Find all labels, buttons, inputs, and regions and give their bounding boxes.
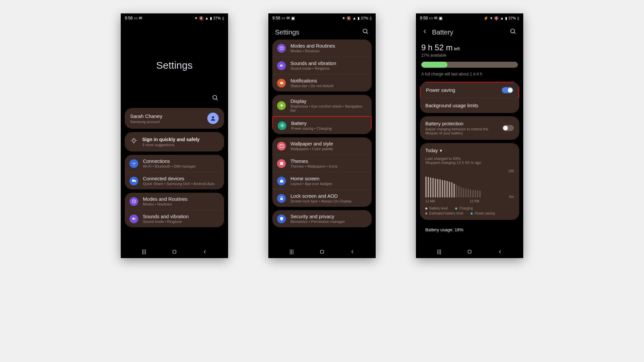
chart-bar [468,189,469,197]
svg-point-2 [212,116,214,118]
item-title: Connections [143,159,219,164]
battery-icon: ▯ [370,16,372,20]
chart-bar [428,177,429,197]
settings-group: Modes and RoutinesModes • RoutinesSounds… [272,40,372,92]
item-sub: Themes • Wallpapers • Icons [290,164,367,168]
legend-item: Estimated battery level [425,212,463,215]
svg-point-16 [280,104,282,106]
svg-line-13 [367,33,368,34]
item-title: Notifications [290,78,367,83]
suggestion-title: Sign in quickly and safely [142,137,200,142]
usage-card: Today ▾ Last charged to 83% Stopped char… [420,143,519,220]
today-dropdown[interactable]: Today ▾ [425,148,514,153]
nav-back[interactable] [497,249,503,255]
settings-item-connections[interactable]: ConnectionsWi-Fi • Bluetooth • SIM manag… [125,155,224,172]
nav-recents[interactable]: ||| [141,249,147,255]
item-sub: Quick Share • Samsung DeX • Android Auto [143,182,219,186]
svg-rect-15 [280,82,283,84]
image-icon: ▣ [291,16,295,20]
chart-bar [465,189,467,197]
power-saving-toggle[interactable] [502,87,513,93]
chart-x-right: 12 PM [470,199,479,203]
phone-screen-1: 9:58 ▭ ✉ ⁕ 🔇 ▲ ▮ 27% ▯ Settings Sarah Ch… [121,13,228,258]
phone-screen-2: 9:58 ▭ ✉ ▣ ⁕ 🔇 ▲ ▮ 27% ▯ Settings Modes … [268,13,376,258]
shield-icon [277,215,286,223]
battery-bar-fill [421,62,447,68]
item-title: Themes [290,159,367,164]
profile-sub: Samsung account [130,120,162,124]
status-bar: 9:58 ▭ ✉ ▣ ⚡ ⁕ 🔇 ▲ ▮ 27% ▯ [416,13,523,23]
settings-item-display[interactable]: DisplayBrightness • Eye comfort shield •… [272,95,372,116]
profile-card[interactable]: Sarah Chaney Samsung account [125,108,224,129]
settings-item-security-and-privacy[interactable]: Security and privacyBiometrics • Permiss… [272,210,372,227]
legend-label: Power saving [475,212,495,215]
nav-recents[interactable]: ||| [288,249,295,255]
chart-bar [461,187,462,197]
item-sub: Sound mode • Ringtone [290,66,367,70]
search-icon[interactable] [212,95,219,103]
svg-point-20 [280,145,281,146]
settings-item-sounds-and-vibration[interactable]: Sounds and vibrationSound mode • Rington… [125,210,224,227]
search-icon[interactable] [510,28,517,36]
legend-item: Charging [455,206,473,210]
battery-protection-row[interactable]: Battery protection Adjust charging behav… [420,116,519,140]
mute-icon: 🔇 [494,16,499,20]
settings-item-modes-and-routines[interactable]: Modes and RoutinesModes • Routines [272,40,372,57]
settings-item-lock-screen-and-aod[interactable]: Lock screen and AODScreen lock type • Al… [272,190,372,207]
nav-bar: ||| [268,245,376,258]
nav-bar: ||| [121,245,228,258]
svg-rect-26 [468,250,471,253]
svg-rect-11 [173,250,176,253]
settings-item-battery[interactable]: BatteryPower saving • Charging [272,116,372,134]
legend-label: Charging [459,206,473,210]
settings-item-wallpaper-and-style[interactable]: Wallpaper and styleWallpapers • Color pa… [272,137,372,155]
item-title: Modes and Routines [143,196,219,202]
power-saving-row[interactable]: Power saving [420,82,519,98]
svg-rect-22 [280,198,283,200]
charging-icon: ⚡ [484,16,488,20]
mute-icon: 🔇 [199,16,204,20]
legend-dot [455,207,457,209]
battery-protection-toggle[interactable] [502,125,514,131]
wifi-icon [129,159,138,168]
search-icon[interactable] [362,28,369,36]
settings-item-sounds-and-vibration[interactable]: Sounds and vibrationSound mode • Rington… [272,57,372,74]
chart-bar [456,185,457,198]
settings-item-notifications[interactable]: NotificationsStatus bar • Do not disturb [272,74,372,92]
svg-point-18 [281,125,283,126]
background-usage-limits-row[interactable]: Background usage limits [420,98,519,113]
nav-back[interactable] [202,249,208,255]
nav-home[interactable] [466,249,473,255]
settings-item-home-screen[interactable]: Home screenLayout • App icon badges [272,172,372,190]
nav-recents[interactable]: ||| [436,249,442,255]
bg-limits-label: Background usage limits [425,103,478,108]
wallpaper-icon [277,142,286,150]
battery-usage-text: Battery usage: 16% [420,223,519,232]
battery-icon [278,121,286,130]
nav-home[interactable] [171,249,178,255]
back-icon[interactable] [423,29,427,36]
nav-back[interactable] [349,249,356,255]
bluetooth-icon: ⁕ [195,16,198,20]
settings-item-modes-and-routines[interactable]: Modes and RoutinesModes • Routines [125,193,224,210]
settings-item-themes[interactable]: ThemesThemes • Wallpapers • Icons [272,155,372,172]
chart-bar [472,190,474,198]
nav-bar: ||| [416,245,523,258]
suggestion-card[interactable]: Sign in quickly and safely 3 more sugges… [125,132,224,152]
settings-item-connected-devices[interactable]: Connected devicesQuick Share • Samsung D… [125,172,224,189]
nav-home[interactable] [319,249,325,255]
chart-bar [442,180,443,198]
svg-rect-8 [132,180,135,182]
battery-icon: ▯ [517,16,519,20]
status-bar: 9:58 ▭ ✉ ⁕ 🔇 ▲ ▮ 27% ▯ [121,13,228,23]
chat-icon: ▭ [429,16,433,20]
chat-icon: ▭ [281,16,285,20]
item-title: Display [290,99,367,104]
legend-dot [425,207,427,209]
home-icon [277,177,286,185]
avatar[interactable] [207,113,219,124]
chart-bar [439,179,441,197]
svg-point-0 [213,96,217,100]
item-title: Lock screen and AOD [290,193,367,199]
svg-point-24 [511,29,515,33]
